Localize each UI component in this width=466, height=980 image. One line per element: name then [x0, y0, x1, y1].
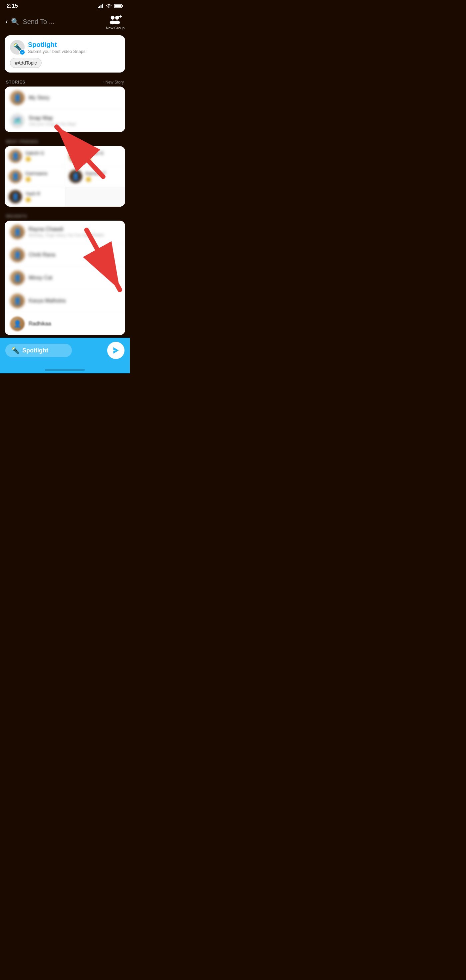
yash-img: 👤: [9, 190, 22, 203]
my-story-item[interactable]: 👤 My Story: [5, 86, 125, 110]
back-button[interactable]: ‹: [5, 17, 8, 26]
minsy-name: Minsy Cat: [29, 275, 52, 281]
friend-avatar-riddhi: 👤: [69, 150, 82, 163]
new-group-svg: [108, 14, 122, 25]
recent-avatar-kavya: 👤: [10, 293, 25, 308]
battery-icon: [114, 4, 123, 8]
bottom-selected-item[interactable]: 🔦 Spotlight: [5, 344, 72, 357]
kavya-name: Kavya Malhotra: [29, 298, 65, 304]
recent-item-radhikaa[interactable]: 👤 Radhikaa: [5, 312, 125, 335]
rayna-sub: Birthday, Virgin Mary, Far Fav Naya/Ridd…: [29, 233, 104, 238]
svg-rect-10: [122, 5, 123, 7]
rayna-img: 👤: [10, 224, 25, 239]
snap-map-item[interactable]: 🗺️ Snap Map Add your Snap to the Map!: [5, 110, 125, 132]
stories-section-header: STORIES + New Story: [0, 76, 130, 86]
recents-section-header: RECENTS: [0, 211, 130, 221]
minsy-img: 👤: [10, 270, 25, 285]
yash-emoji: 😊: [25, 197, 40, 202]
my-story-info: My Story: [29, 95, 49, 101]
recent-item-rayna[interactable]: 👤 Rayna Chawdi Birthday, Virgin Mary, Fa…: [5, 221, 125, 243]
spotlight-check-icon: ✓: [19, 49, 25, 55]
search-icon: 🔍: [11, 18, 19, 25]
garmaana-name: Garmaana: [25, 171, 47, 176]
chriti-name: Chriti Rana: [29, 252, 55, 258]
recent-item-chriti[interactable]: 👤 Chriti Rana: [5, 243, 125, 267]
recent-item-kavya[interactable]: 👤 Kavya Malhotra: [5, 290, 125, 312]
snap-map-icon: 🗺️: [10, 113, 25, 128]
friend-item-riddhi[interactable]: 👤 Riddhi G 😊: [65, 146, 125, 166]
status-icons: [98, 4, 123, 8]
friend-item-garmaana[interactable]: 👤 Garmaana 😊: [5, 166, 65, 187]
search-input[interactable]: Send To ...: [23, 18, 103, 25]
friend-avatar-karouta: 👤: [69, 170, 82, 183]
rayna-info: Rayna Chawdi Birthday, Virgin Mary, Far …: [29, 226, 104, 238]
minsy-info: Minsy Cat: [29, 275, 52, 281]
sakshi-img: 👤: [9, 150, 22, 163]
friend-item-yash[interactable]: 👤 Yash R 😊: [5, 187, 65, 207]
svg-rect-11: [115, 5, 121, 7]
new-group-label: New Group: [106, 26, 124, 30]
new-story-button[interactable]: + New Story: [102, 80, 124, 84]
bottom-spotlight-icon: 🔦: [11, 347, 20, 355]
svg-rect-4: [98, 6, 99, 8]
recent-avatar-radhikaa: 👤: [10, 317, 25, 331]
send-button[interactable]: [107, 342, 124, 359]
add-topic-button[interactable]: #AddTopic: [10, 58, 41, 68]
new-group-icon: [108, 13, 122, 25]
friend-item-empty: [65, 187, 125, 207]
sakshi-name: Sakshi G: [25, 150, 44, 156]
wifi-icon: [106, 4, 112, 8]
radhikaa-img: 👤: [10, 317, 25, 331]
snap-map-sub: Add your Snap to the Map!: [29, 122, 76, 126]
best-friends-section-header: BEST FRIENDS: [0, 136, 130, 146]
kavya-info: Kavya Malhotra: [29, 298, 65, 304]
garmaana-img: 👤: [9, 170, 22, 183]
karouta-info: Karouta T 😊: [86, 171, 106, 182]
svg-rect-5: [99, 6, 100, 8]
svg-point-14: [115, 16, 119, 20]
new-group-button[interactable]: New Group: [106, 13, 124, 30]
svg-marker-18: [113, 347, 119, 354]
riddhi-info: Riddhi G 😊: [86, 150, 103, 162]
karouta-emoji: 😊: [86, 177, 106, 182]
recent-avatar-chriti: 👤: [10, 248, 25, 262]
karouta-name: Karouta T: [86, 171, 106, 176]
recent-avatar-minsy: 👤: [10, 270, 25, 285]
svg-point-12: [111, 16, 115, 20]
friend-avatar-yash: 👤: [9, 190, 22, 203]
recents-label: RECENTS: [6, 214, 27, 219]
home-bar: [45, 369, 85, 371]
friend-item-karouta[interactable]: 👤 Karouta T 😊: [65, 166, 125, 187]
bottom-bar: 🔦 Spotlight: [0, 338, 130, 367]
chriti-info: Chriti Rana: [29, 252, 55, 258]
my-story-name: My Story: [29, 95, 49, 101]
friend-avatar-garmaana: 👤: [9, 170, 22, 183]
snap-map-name: Snap Map: [29, 115, 76, 121]
page-wrapper: 2:15 ‹ 🔍: [0, 0, 130, 373]
snap-map-info: Snap Map Add your Snap to the Map!: [29, 115, 76, 126]
recent-item-minsy[interactable]: 👤 Minsy Cat: [5, 267, 125, 290]
friend-avatar-sakshi: 👤: [9, 150, 22, 163]
kavya-img: 👤: [10, 293, 25, 308]
status-bar: 2:15: [0, 0, 130, 11]
riddhi-emoji: 😊: [86, 156, 103, 162]
yash-name: Yash R: [25, 191, 40, 196]
spotlight-subtitle: Submit your best video Snaps!: [28, 49, 120, 54]
signal-icon: [98, 4, 104, 8]
spotlight-info: Spotlight Submit your best video Snaps!: [28, 41, 120, 54]
friend-item-sakshi[interactable]: 👤 Sakshi G 😊: [5, 146, 65, 166]
send-icon: [111, 346, 120, 355]
svg-point-15: [114, 21, 120, 24]
karouta-img: 👤: [69, 170, 82, 183]
radhikaa-name: Radhikaa: [29, 321, 51, 327]
header: ‹ 🔍 Send To ... New Group: [0, 11, 130, 34]
garmaana-emoji: 😊: [25, 177, 47, 182]
svg-rect-7: [102, 4, 103, 8]
garmaana-info: Garmaana 😊: [25, 171, 47, 182]
chriti-img: 👤: [10, 248, 25, 262]
recent-avatar-rayna: 👤: [10, 224, 25, 239]
stories-card: 👤 My Story 🗺️ Snap Map Add your Snap to …: [5, 86, 125, 132]
spotlight-card[interactable]: 🔦 ✓ Spotlight Submit your best video Sna…: [5, 35, 125, 73]
snap-map-avatar: 🗺️: [10, 113, 25, 128]
svg-rect-6: [100, 5, 102, 8]
